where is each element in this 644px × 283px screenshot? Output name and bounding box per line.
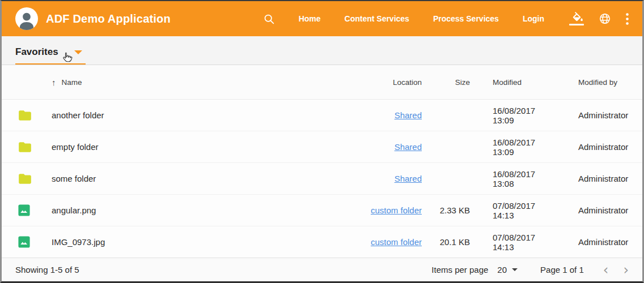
items-per-page-value: 20	[497, 265, 507, 275]
pagination-controls: Items per page 20 Page 1 of 1 ‹ ›	[431, 263, 629, 277]
modified-by: Administrator	[552, 110, 626, 120]
file-size: 2.33 KB	[440, 205, 470, 215]
app-header: ADF Demo Application Home Content Servic…	[2, 1, 642, 36]
modified-date: 16/08/2017 13:09	[470, 138, 552, 157]
column-header-location[interactable]: Location	[393, 78, 422, 87]
table-row[interactable]: empty folder Shared 16/08/2017 13:09 Adm…	[2, 131, 642, 163]
search-icon[interactable]	[263, 13, 275, 25]
location-link[interactable]: Shared	[395, 174, 422, 183]
nav-login[interactable]: Login	[523, 14, 544, 23]
modified-date: 07/08/2017 14:13	[470, 201, 552, 220]
favorites-bar: Favorites	[2, 36, 642, 65]
modified-by: Administrator	[552, 205, 626, 215]
language-globe-icon[interactable]	[599, 12, 611, 25]
folder-icon	[18, 171, 52, 186]
nav-content-services[interactable]: Content Services	[345, 14, 409, 23]
modified-date: 16/08/2017 13:09	[470, 106, 552, 125]
chevron-down-icon	[512, 268, 518, 271]
modified-date: 16/08/2017 13:08	[470, 169, 552, 188]
pagination-footer: Showing 1-5 of 5 Items per page 20 Page …	[2, 258, 642, 281]
user-avatar-icon[interactable]	[15, 7, 38, 30]
items-per-page-select[interactable]: 20	[497, 265, 518, 275]
favorites-tab[interactable]: Favorites	[15, 40, 86, 65]
items-per-page-label: Items per page	[431, 265, 488, 275]
column-header-modified[interactable]: Modified	[470, 78, 552, 87]
nav-home[interactable]: Home	[299, 14, 321, 23]
file-name[interactable]: angular.png	[52, 205, 323, 215]
table-header-row: ↑ Name Location Size Modified Modified b…	[2, 65, 642, 100]
table-row[interactable]: another folder Shared 16/08/2017 13:09 A…	[2, 100, 642, 131]
modified-by: Administrator	[552, 142, 626, 152]
image-file-icon	[18, 235, 52, 248]
color-fill-icon[interactable]	[569, 12, 584, 25]
header-nav: Home Content Services Process Services L…	[263, 12, 629, 25]
app-window: ADF Demo Application Home Content Servic…	[0, 0, 644, 283]
column-header-modified-by[interactable]: Modified by	[552, 78, 626, 87]
file-name[interactable]: another folder	[52, 110, 323, 120]
modified-by: Administrator	[552, 174, 626, 183]
folder-icon	[18, 108, 52, 123]
table-row[interactable]: some folder Shared 16/08/2017 13:08 Admi…	[2, 163, 642, 195]
location-link[interactable]: custom folder	[371, 205, 422, 215]
color-fill-underline	[569, 24, 584, 25]
file-name[interactable]: empty folder	[52, 142, 323, 152]
location-link[interactable]: custom folder	[371, 237, 422, 247]
person-icon	[17, 11, 36, 30]
table-body: another folder Shared 16/08/2017 13:09 A…	[2, 100, 642, 258]
nav-process-services[interactable]: Process Services	[433, 14, 499, 23]
next-page-icon[interactable]: ›	[623, 263, 629, 277]
favorites-label: Favorites	[15, 46, 58, 58]
column-header-name[interactable]: ↑ Name	[52, 78, 323, 87]
more-vertical-icon[interactable]	[626, 13, 629, 25]
column-header-size[interactable]: Size	[455, 78, 470, 87]
folder-icon	[18, 140, 52, 155]
file-name[interactable]: some folder	[52, 174, 323, 183]
file-size: 20.1 KB	[440, 237, 470, 247]
table-row[interactable]: IMG_0973.jpg custom folder 20.1 KB 07/08…	[2, 226, 642, 258]
location-link[interactable]: Shared	[395, 110, 422, 120]
location-link[interactable]: Shared	[395, 142, 422, 152]
showing-count-label: Showing 1-5 of 5	[15, 265, 79, 275]
modified-by: Administrator	[552, 237, 626, 247]
table-row[interactable]: angular.png custom folder 2.33 KB 07/08/…	[2, 195, 642, 226]
previous-page-icon[interactable]: ‹	[603, 263, 609, 277]
file-name[interactable]: IMG_0973.jpg	[52, 237, 323, 247]
header-icon-group	[569, 12, 629, 25]
page-indicator: Page 1 of 1	[540, 265, 584, 275]
chevron-down-icon[interactable]	[74, 50, 82, 54]
modified-date: 07/08/2017 14:13	[470, 233, 552, 252]
sort-ascending-icon[interactable]: ↑	[52, 78, 56, 87]
app-title: ADF Demo Application	[46, 12, 171, 25]
image-file-icon	[18, 204, 52, 217]
